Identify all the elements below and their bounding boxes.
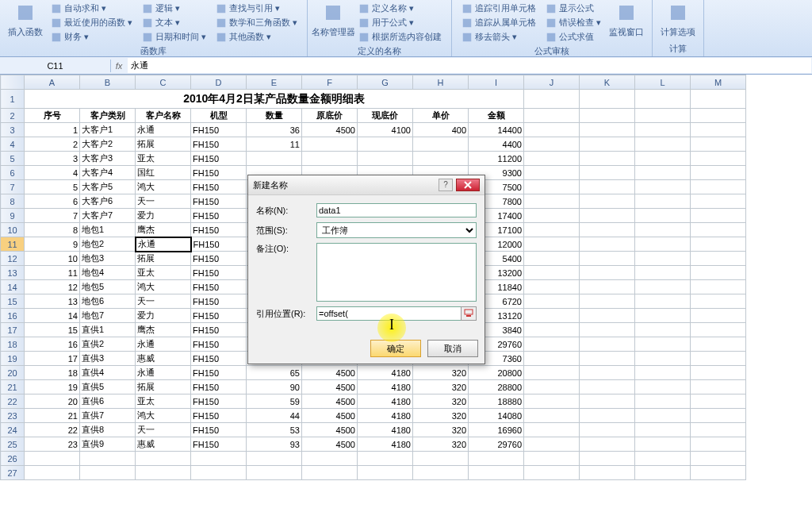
cell[interactable]: FH150 — [191, 223, 247, 237]
ok-button[interactable]: 确定 — [370, 340, 421, 357]
cell[interactable]: 天一 — [136, 294, 191, 309]
cell[interactable] — [358, 137, 413, 152]
cell[interactable]: 4180 — [358, 423, 413, 437]
row-header[interactable]: 19 — [1, 352, 25, 366]
row-header[interactable]: 1 — [1, 90, 25, 109]
cell[interactable]: 4500 — [302, 409, 358, 423]
cell[interactable]: 4180 — [358, 366, 413, 380]
cell[interactable]: 大客户2 — [80, 137, 136, 152]
cell[interactable] — [358, 152, 413, 166]
row-header[interactable]: 11 — [1, 237, 25, 252]
ribbon-根据所选内容创建[interactable]: 根据所选内容创建 — [355, 30, 445, 44]
cell[interactable]: 320 — [413, 409, 469, 423]
cell[interactable]: 鸿大 — [136, 409, 191, 423]
cell[interactable]: 亚太 — [136, 152, 191, 166]
cell[interactable]: FH150 — [191, 323, 247, 337]
cell[interactable]: 53 — [247, 423, 302, 437]
cell[interactable]: 8 — [25, 223, 80, 237]
cell[interactable]: 鹰杰 — [136, 223, 191, 237]
cell[interactable]: FH150 — [191, 352, 247, 366]
ribbon-插入函数[interactable]: 插入函数 — [6, 2, 44, 44]
row-header[interactable]: 14 — [1, 280, 25, 294]
cell[interactable]: 大客户3 — [80, 152, 136, 166]
cell[interactable] — [247, 466, 302, 480]
cell[interactable]: 29760 — [469, 437, 524, 452]
cell[interactable]: 直供4 — [80, 366, 136, 380]
row-header[interactable]: 18 — [1, 337, 25, 352]
row-header[interactable]: 9 — [1, 209, 25, 223]
cell[interactable]: 4500 — [302, 366, 358, 380]
cell[interactable]: 20800 — [469, 366, 524, 380]
cell[interactable]: 永通 — [136, 366, 191, 380]
cell[interactable] — [247, 452, 302, 466]
cell[interactable]: FH150 — [191, 209, 247, 223]
col-header-I[interactable]: I — [469, 75, 524, 90]
close-button[interactable] — [456, 179, 480, 191]
cell[interactable] — [413, 466, 469, 480]
cell[interactable]: 11 — [247, 137, 302, 152]
cell[interactable]: FH150 — [191, 280, 247, 294]
cell[interactable] — [302, 466, 358, 480]
ribbon-定义名称[interactable]: 定义名称 ▾ — [355, 2, 445, 15]
cell[interactable]: 36 — [247, 123, 302, 137]
ribbon-公式求值[interactable]: 公式求值 — [542, 30, 604, 44]
ribbon-最近使用的函数[interactable]: 最近使用的函数 ▾ — [48, 16, 136, 29]
cell[interactable]: 6 — [25, 194, 80, 209]
cell[interactable]: 拓展 — [136, 137, 191, 152]
fx-icon[interactable]: fx — [111, 61, 127, 71]
cell[interactable]: FH150 — [191, 437, 247, 452]
cell[interactable]: 惠威 — [136, 437, 191, 452]
row-header[interactable]: 12 — [1, 252, 25, 266]
cell[interactable]: FH150 — [191, 166, 247, 180]
cell[interactable]: 鸿大 — [136, 180, 191, 194]
cell[interactable]: 4180 — [358, 437, 413, 452]
row-header[interactable]: 13 — [1, 266, 25, 280]
ribbon-追踪从属单元格[interactable]: 追踪从属单元格 — [458, 16, 539, 29]
cell[interactable]: FH150 — [191, 252, 247, 266]
cell[interactable]: FH150 — [191, 394, 247, 409]
cell[interactable]: 21 — [25, 409, 80, 423]
ribbon-文本[interactable]: 文本 ▾ — [139, 16, 209, 29]
cell[interactable]: 地包2 — [80, 237, 136, 252]
cell[interactable]: 永通 — [136, 123, 191, 137]
row-header[interactable]: 3 — [1, 123, 25, 137]
cell[interactable]: 93 — [247, 437, 302, 452]
cell[interactable] — [25, 466, 80, 480]
cell[interactable] — [358, 452, 413, 466]
ribbon-监视窗口[interactable]: 监视窗口 — [607, 2, 645, 44]
col-header-E[interactable]: E — [247, 75, 302, 90]
cell[interactable] — [413, 452, 469, 466]
row-header[interactable]: 8 — [1, 194, 25, 209]
cell[interactable] — [302, 137, 358, 152]
cell[interactable]: 4100 — [358, 123, 413, 137]
cell[interactable]: 拓展 — [136, 380, 191, 394]
row-header[interactable]: 7 — [1, 180, 25, 194]
cell[interactable]: 4500 — [302, 423, 358, 437]
cell[interactable]: 4500 — [302, 380, 358, 394]
ribbon-用于公式[interactable]: 用于公式 ▾ — [355, 16, 445, 29]
cell[interactable]: 4500 — [302, 123, 358, 137]
cell[interactable]: FH150 — [191, 380, 247, 394]
row-header[interactable]: 2 — [1, 109, 25, 123]
cell[interactable] — [191, 466, 247, 480]
cell[interactable]: FH150 — [191, 309, 247, 323]
cell[interactable]: 4400 — [469, 137, 524, 152]
ribbon-数学和三角函数[interactable]: 数学和三角函数 ▾ — [213, 16, 301, 29]
cell[interactable]: 爱力 — [136, 309, 191, 323]
cell[interactable]: 4 — [25, 166, 80, 180]
col-header-B[interactable]: B — [80, 75, 136, 90]
cell[interactable]: 地包1 — [80, 223, 136, 237]
cell[interactable]: FH150 — [191, 194, 247, 209]
cell[interactable]: FH150 — [191, 180, 247, 194]
cell[interactable]: 直供1 — [80, 323, 136, 337]
row-header[interactable]: 5 — [1, 152, 25, 166]
col-header-M[interactable]: M — [691, 75, 746, 90]
col-header-A[interactable]: A — [25, 75, 80, 90]
row-header[interactable]: 26 — [1, 452, 25, 466]
cell[interactable]: 18 — [25, 366, 80, 380]
cell[interactable] — [413, 152, 469, 166]
cell[interactable]: FH150 — [191, 152, 247, 166]
cell[interactable]: 14400 — [469, 123, 524, 137]
cell[interactable]: 亚太 — [136, 394, 191, 409]
cell[interactable]: 12 — [25, 280, 80, 294]
